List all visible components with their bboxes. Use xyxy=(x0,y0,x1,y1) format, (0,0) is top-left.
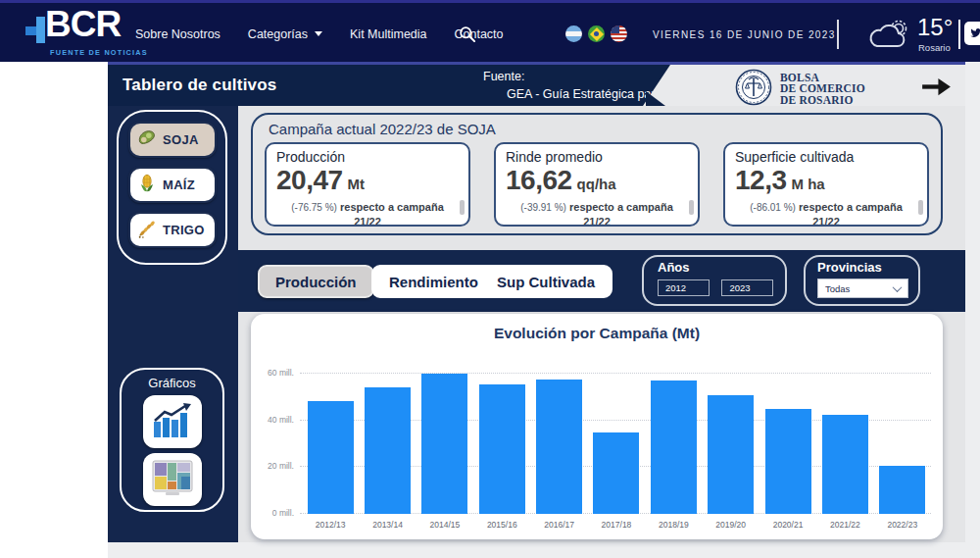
chart-x-label: 2012/13 xyxy=(316,514,346,533)
dashboard-header: Tablero de cultivos Fuente: GEA - Guía E… xyxy=(108,62,965,106)
cloud-icon xyxy=(866,18,911,55)
chart-bar-column: 2019/20 xyxy=(703,359,760,533)
twitter-icon[interactable] xyxy=(964,22,980,45)
dashboard-title: Tablero de cultivos xyxy=(122,76,276,95)
chart-bar[interactable] xyxy=(479,384,525,514)
treemap-view-button[interactable] xyxy=(143,453,202,506)
source-value: GEA - Guía Estratégica para el Agro xyxy=(507,85,704,103)
treemap-icon xyxy=(152,460,193,500)
chart-bar[interactable] xyxy=(593,432,639,514)
charts-selector-label: Gráficos xyxy=(122,376,222,390)
kpi-card-produccion: Producción 20,47Mt (-76.75 %) respecto a… xyxy=(265,142,470,227)
chart-x-label: 2015/16 xyxy=(487,514,517,533)
chart-x-label: 2019/20 xyxy=(715,514,746,533)
metric-tab-band: Producción Rendimiento Sup Cultivada Año… xyxy=(238,250,965,312)
chart-bar-column: 2014/15 xyxy=(416,359,473,533)
tab-rendimiento[interactable]: Rendimiento xyxy=(371,265,496,298)
chart-bars: 2012/132013/142014/152015/162016/172017/… xyxy=(302,359,931,533)
bcr-seal-icon xyxy=(735,69,772,110)
bcr-logo-text: BCR xyxy=(45,4,121,45)
chart-bar[interactable] xyxy=(421,374,467,514)
card-scrollbar[interactable] xyxy=(918,200,923,215)
year-from-input[interactable] xyxy=(658,279,710,296)
card-scrollbar[interactable] xyxy=(689,200,694,215)
crop-dashboard: Tablero de cultivos Fuente: GEA - Guía E… xyxy=(108,62,965,542)
chart-title: Evolución por Campaña (Mt) xyxy=(251,314,943,342)
chart-x-label: 2013/14 xyxy=(372,514,403,533)
argentina-flag-icon[interactable] xyxy=(565,25,582,42)
chart-x-label: 2017/18 xyxy=(602,514,632,533)
chart-bar-column: 2013/14 xyxy=(359,359,416,533)
source-block: Fuente: GEA - Guía Estratégica para el A… xyxy=(483,68,704,103)
header-navy-band: Tablero de cultivos Fuente: GEA - Guía E… xyxy=(108,65,670,109)
chart-bar-column: 2016/17 xyxy=(530,359,587,533)
search-icon[interactable] xyxy=(459,25,475,46)
corn-icon xyxy=(136,173,158,197)
nav-item-kit-multimedia[interactable]: Kit Multimedia xyxy=(350,27,427,41)
chart-ytick-label: 60 mill. xyxy=(261,368,294,378)
evolution-chart-card: Evolución por Campaña (Mt) 2012/132013/1… xyxy=(251,314,943,539)
chart-bar[interactable] xyxy=(651,380,697,514)
years-label: Años xyxy=(658,260,785,275)
tab-sup-cultivada[interactable]: Sup Cultivada xyxy=(479,265,612,298)
charts-selector: Gráficos xyxy=(120,368,224,512)
wheat-icon xyxy=(136,218,158,242)
year-to-input[interactable] xyxy=(721,279,773,296)
chart-bar-column: 2015/16 xyxy=(473,359,530,533)
next-page-arrow-button[interactable] xyxy=(920,76,953,102)
kpi-delta: (-76.75 %) respecto a campaña 21/22 xyxy=(276,200,459,227)
provinces-dropdown[interactable]: Todas xyxy=(817,279,908,298)
temperature: 15° xyxy=(917,14,953,41)
usa-flag-icon[interactable] xyxy=(611,25,627,42)
crop-button-maiz[interactable]: MAÍZ xyxy=(128,167,217,203)
top-navigation: BCR FUENTE DE NOTICIAS Sobre Nosotros Ca… xyxy=(0,0,980,62)
chart-bar-column: 2021/22 xyxy=(816,359,873,533)
chart-x-label: 2014/15 xyxy=(430,514,461,533)
chart-bar-column: 2017/18 xyxy=(588,359,645,533)
dashboard-sidebar: SOJA MAÍZ xyxy=(108,106,238,542)
crop-button-trigo[interactable]: TRIGO xyxy=(128,212,217,248)
kpi-delta: (-39.91 %) respecto a campaña 21/22 xyxy=(506,200,688,227)
card-scrollbar[interactable] xyxy=(460,200,465,215)
nav-menu: Sobre Nosotros Categorías Kit Multimedia… xyxy=(135,3,504,65)
bar-chart-icon xyxy=(151,402,194,442)
bcr-logo-tagline: FUENTE DE NOTICIAS xyxy=(50,48,148,57)
chart-x-label: 2018/19 xyxy=(659,514,689,533)
chart-bar[interactable] xyxy=(765,409,811,514)
chart-bar-column: 2018/19 xyxy=(645,359,702,533)
bar-chart-view-button[interactable] xyxy=(143,395,202,448)
chevron-down-icon xyxy=(893,282,903,292)
provinces-label: Provincias xyxy=(817,260,918,275)
chart-x-label: 2021/22 xyxy=(830,514,860,533)
source-label: Fuente: xyxy=(483,68,704,85)
chart-bar[interactable] xyxy=(308,401,354,514)
chart-bar[interactable] xyxy=(365,387,411,514)
bcr-logo[interactable]: BCR FUENTE DE NOTICIAS xyxy=(25,7,133,62)
kpi-delta: (-86.01 %) respecto a campaña 21/22 xyxy=(735,200,917,227)
dashboard-main: Campaña actual 2022/23 de SOJA Producció… xyxy=(238,106,965,542)
years-filter: Años xyxy=(642,255,787,306)
kpi-card-rinde: Rinde promedio 16,62qq/ha (-39.91 %) res… xyxy=(494,142,700,227)
tab-produccion[interactable]: Producción xyxy=(258,265,374,298)
chart-bar[interactable] xyxy=(708,395,754,514)
nav-item-categorias[interactable]: Categorías xyxy=(248,27,322,41)
chart-ytick-label: 0 mill. xyxy=(261,508,294,518)
nav-item-sobre-nosotros[interactable]: Sobre Nosotros xyxy=(135,27,220,41)
chart-x-label: 2020/21 xyxy=(773,514,804,533)
brazil-flag-icon[interactable] xyxy=(588,25,605,42)
soybean-icon xyxy=(136,127,158,152)
chart-bar[interactable] xyxy=(879,466,925,514)
kpi-cards-row: Producción 20,47Mt (-76.75 %) respecto a… xyxy=(263,142,931,227)
crop-selector: SOJA MAÍZ xyxy=(117,110,227,265)
chart-bar[interactable] xyxy=(822,415,868,514)
current-date: VIERNES 16 DE JUNIO DE 2023 xyxy=(653,29,836,40)
chevron-down-icon xyxy=(315,31,322,36)
chart-bar[interactable] xyxy=(536,380,582,514)
chart-bar-column: 2012/13 xyxy=(302,359,359,533)
bcr-org-logo: BOLSA DE COMERCIO DE ROSARIO xyxy=(735,69,865,110)
chart-ytick-label: 20 mill. xyxy=(261,461,294,471)
kpi-panel-title: Campaña actual 2022/23 de SOJA xyxy=(269,121,931,137)
crop-button-soja[interactable]: SOJA xyxy=(128,122,217,158)
nav-divider xyxy=(837,20,839,49)
kpi-card-superficie: Superficie cultivada 12,3M ha (-86.01 %)… xyxy=(723,142,929,227)
